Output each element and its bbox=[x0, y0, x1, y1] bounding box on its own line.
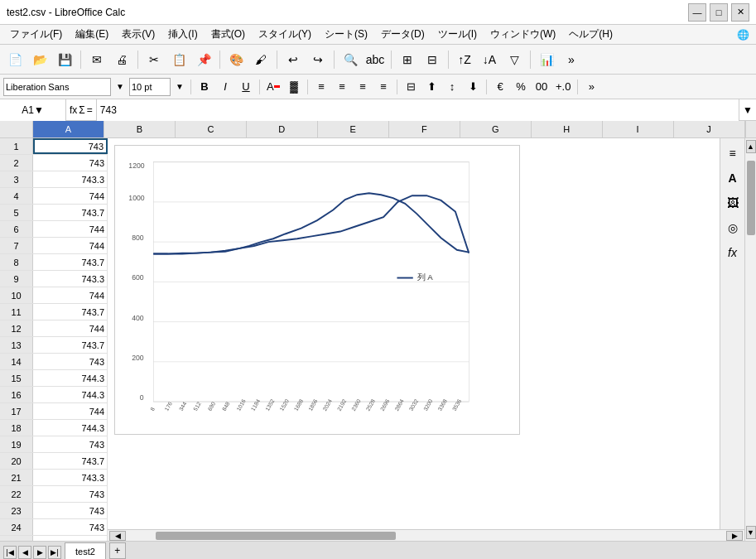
close-button[interactable]: ✕ bbox=[731, 3, 749, 22]
sheet-prev-btn[interactable]: ◀ bbox=[18, 546, 31, 559]
merge-button[interactable]: ⊟ bbox=[402, 78, 420, 96]
font-dropdown[interactable]: ▼ bbox=[113, 75, 127, 99]
row-number[interactable]: 1 bbox=[0, 138, 33, 154]
size-dropdown[interactable]: ▼ bbox=[173, 75, 186, 99]
cell-A10[interactable]: 744 bbox=[33, 287, 108, 303]
sheet-tab-test2[interactable]: test2 bbox=[65, 542, 106, 559]
formula-expand[interactable]: ▼ bbox=[739, 99, 756, 121]
redo-button[interactable]: ↪ bbox=[306, 48, 330, 71]
cell-A23[interactable]: 743 bbox=[33, 503, 108, 518]
cell-A19[interactable]: 743 bbox=[33, 436, 108, 452]
align-center-button[interactable]: ≡ bbox=[333, 78, 351, 96]
col-header-J[interactable]: J bbox=[674, 121, 745, 137]
row-number[interactable]: 19 bbox=[0, 436, 33, 452]
autofilter-button[interactable]: ▽ bbox=[503, 48, 526, 71]
row-number[interactable]: 18 bbox=[0, 420, 33, 436]
menu-item-Y[interactable]: スタイル(Y) bbox=[252, 26, 318, 43]
cell-A21[interactable]: 743.3 bbox=[33, 470, 108, 485]
paste-button[interactable]: 📌 bbox=[192, 48, 215, 71]
italic-button[interactable]: I bbox=[216, 78, 234, 96]
minimize-button[interactable]: — bbox=[688, 3, 706, 22]
row-number[interactable]: 2 bbox=[0, 155, 33, 171]
row-number[interactable]: 9 bbox=[0, 271, 33, 287]
v-scroll-up[interactable]: ▲ bbox=[746, 140, 756, 153]
cell-A18[interactable]: 744.3 bbox=[33, 420, 108, 436]
menu-item-I[interactable]: ツール(I) bbox=[431, 26, 484, 43]
cell-A22[interactable]: 743 bbox=[33, 486, 108, 502]
menu-item-E[interactable]: 編集(E) bbox=[69, 26, 115, 43]
col-header-D[interactable]: D bbox=[247, 121, 318, 137]
col-header-I[interactable]: I bbox=[603, 121, 674, 137]
row-number[interactable]: 16 bbox=[0, 387, 33, 402]
cell-A13[interactable]: 743.7 bbox=[33, 337, 108, 353]
h-scroll-track[interactable] bbox=[126, 531, 726, 541]
cell-A5[interactable]: 743.7 bbox=[33, 205, 108, 220]
print-button[interactable]: 🖨 bbox=[110, 48, 133, 71]
save-button[interactable]: 💾 bbox=[53, 48, 76, 71]
align-right-button[interactable]: ≡ bbox=[354, 78, 372, 96]
font-color-button[interactable]: A bbox=[264, 78, 282, 96]
new-button[interactable]: 📄 bbox=[3, 48, 26, 71]
cell-A14[interactable]: 743 bbox=[33, 354, 108, 369]
row-number[interactable]: 12 bbox=[0, 320, 33, 336]
col-header-H[interactable]: H bbox=[532, 121, 603, 137]
size-selector[interactable] bbox=[129, 78, 171, 96]
col-header-B[interactable]: B bbox=[104, 121, 176, 137]
row-number[interactable]: 7 bbox=[0, 238, 33, 253]
sheet-first-btn[interactable]: |◀ bbox=[3, 546, 17, 559]
web-icon[interactable]: 🌐 bbox=[737, 29, 749, 41]
find-button[interactable]: 🔍 bbox=[339, 48, 362, 71]
col-header-E[interactable]: E bbox=[318, 121, 389, 137]
col-header-C[interactable]: C bbox=[176, 121, 247, 137]
cell-A8[interactable]: 743.7 bbox=[33, 254, 108, 270]
more-format-button[interactable]: » bbox=[582, 78, 600, 96]
row-number[interactable]: 4 bbox=[0, 188, 33, 204]
menu-item-I[interactable]: 挿入(I) bbox=[161, 26, 204, 43]
cell-A20[interactable]: 743.7 bbox=[33, 453, 108, 469]
maximize-button[interactable]: □ bbox=[710, 3, 728, 22]
highlight-button[interactable]: ▓ bbox=[285, 78, 303, 96]
underline-button[interactable]: U bbox=[237, 78, 255, 96]
col-header-A[interactable]: A bbox=[33, 121, 104, 137]
cell-A16[interactable]: 744.3 bbox=[33, 387, 108, 402]
open-button[interactable]: 📂 bbox=[28, 48, 51, 71]
borders-button[interactable]: ⊞ bbox=[396, 48, 419, 71]
sheet-next-btn[interactable]: ▶ bbox=[33, 546, 46, 559]
navigator-sidebar-icon[interactable]: ◎ bbox=[723, 218, 743, 238]
h-scroll-left[interactable]: ◀ bbox=[109, 531, 126, 541]
menu-item-W[interactable]: ウィンドウ(W) bbox=[484, 26, 562, 43]
image-sidebar-icon[interactable]: 🖼 bbox=[723, 193, 743, 213]
styles-sidebar-icon[interactable]: ≡ bbox=[723, 143, 743, 163]
horizontal-scrollbar[interactable]: ◀ ▶ bbox=[108, 529, 744, 541]
cell-A2[interactable]: 743 bbox=[33, 155, 108, 171]
cell-A11[interactable]: 743.7 bbox=[33, 304, 108, 320]
chart-area[interactable]: 0 200 400 600 800 1000 1200 bbox=[108, 138, 720, 529]
cell-A9[interactable]: 743.3 bbox=[33, 271, 108, 287]
copy-button[interactable]: 📋 bbox=[167, 48, 190, 71]
row-number[interactable]: 14 bbox=[0, 354, 33, 369]
v-scroll-thumb[interactable] bbox=[747, 161, 755, 235]
thousands-button[interactable]: 00 bbox=[532, 78, 551, 96]
formula-input[interactable] bbox=[97, 99, 739, 121]
row-number[interactable]: 20 bbox=[0, 453, 33, 469]
sheet-last-btn[interactable]: ▶| bbox=[48, 546, 61, 559]
row-number[interactable]: 23 bbox=[0, 503, 33, 518]
spellcheck-button[interactable]: abc bbox=[364, 48, 387, 71]
row-number[interactable]: 17 bbox=[0, 403, 33, 419]
menu-item-F[interactable]: ファイル(F) bbox=[3, 26, 69, 43]
row-number[interactable]: 5 bbox=[0, 205, 33, 220]
sort-asc-button[interactable]: ↑Z bbox=[453, 48, 476, 71]
row-number[interactable]: 8 bbox=[0, 254, 33, 270]
row-number[interactable]: 13 bbox=[0, 337, 33, 353]
border2-button[interactable]: ⊟ bbox=[421, 48, 444, 71]
row-number[interactable]: 11 bbox=[0, 304, 33, 320]
percent-button[interactable]: % bbox=[512, 78, 530, 96]
cell-A15[interactable]: 744.3 bbox=[33, 370, 108, 386]
more-button[interactable]: » bbox=[560, 48, 583, 71]
cell-A24[interactable]: 743 bbox=[33, 519, 108, 535]
row-number[interactable]: 22 bbox=[0, 486, 33, 502]
currency-button[interactable]: € bbox=[491, 78, 509, 96]
row-number[interactable]: 21 bbox=[0, 470, 33, 485]
row-number[interactable]: 15 bbox=[0, 370, 33, 386]
align-left-button[interactable]: ≡ bbox=[312, 78, 330, 96]
